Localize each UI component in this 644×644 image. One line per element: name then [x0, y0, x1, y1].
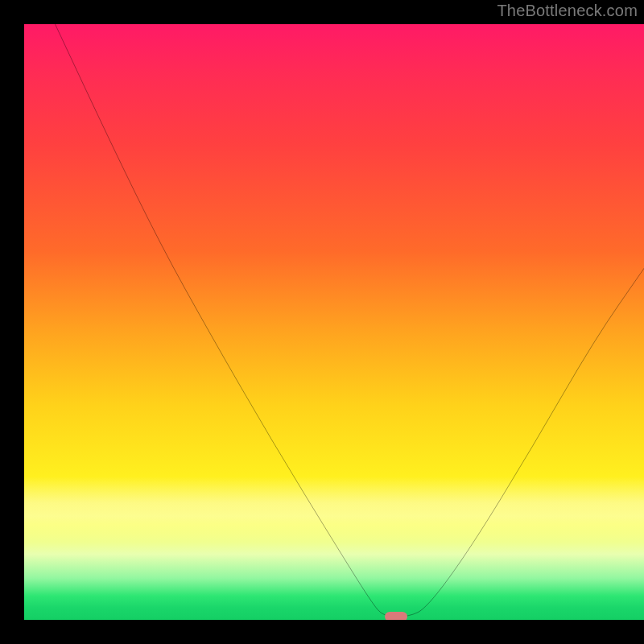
bottleneck-curve-path [56, 24, 645, 617]
chart-frame: TheBottleneck.com [0, 0, 644, 644]
optimal-marker [385, 612, 407, 620]
plot-area [24, 24, 644, 620]
watermark-text: TheBottleneck.com [497, 2, 638, 20]
curve-svg [24, 24, 644, 620]
